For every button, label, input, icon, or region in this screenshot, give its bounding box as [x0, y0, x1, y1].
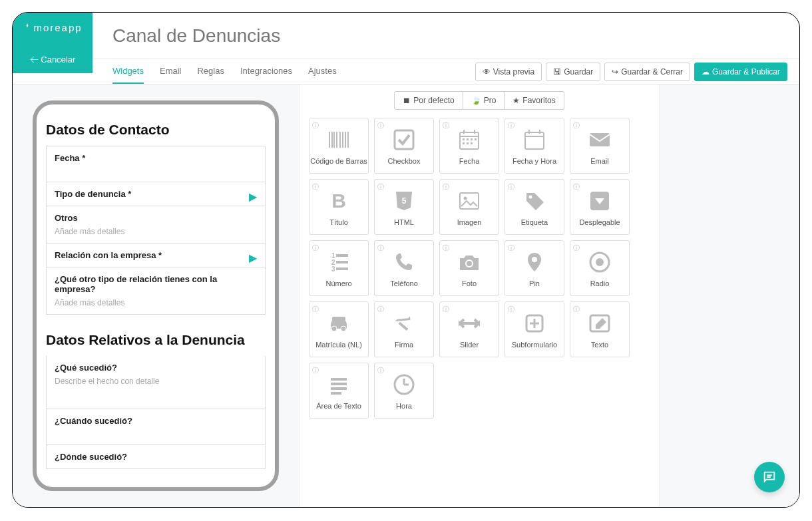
- widget-number[interactable]: ⓘ123Número: [309, 240, 369, 296]
- tab-widgets[interactable]: Widgets: [112, 59, 144, 84]
- chat-button[interactable]: [754, 462, 785, 492]
- save-icon: 🖫: [553, 67, 561, 77]
- save-publish-button[interactable]: ☁Guardar & Publicar: [694, 63, 787, 81]
- widget-image[interactable]: ⓘImagen: [439, 179, 499, 235]
- preview-button[interactable]: 👁Vista previa: [475, 63, 542, 81]
- svg-rect-18: [467, 142, 469, 144]
- widget-email[interactable]: ⓘEmail: [570, 118, 630, 174]
- save-close-button[interactable]: ↪Guardar & Cerrar: [604, 63, 690, 81]
- widget-pin[interactable]: ⓘPin: [505, 240, 564, 296]
- widget-label: Email: [590, 157, 609, 165]
- info-icon[interactable]: ⓘ: [377, 244, 384, 250]
- info-icon[interactable]: ⓘ: [573, 305, 580, 311]
- info-icon[interactable]: ⓘ: [312, 182, 319, 189]
- tab-settings[interactable]: Ajustes: [308, 59, 337, 84]
- info-icon[interactable]: ⓘ: [312, 305, 319, 311]
- tab-rules[interactable]: Reglas: [197, 59, 224, 84]
- widget-label: Slider: [460, 341, 479, 349]
- widget-label: Título: [329, 218, 348, 226]
- form-field[interactable]: Fecha *: [46, 146, 266, 182]
- info-icon[interactable]: ⓘ: [312, 366, 319, 373]
- tab-integrations[interactable]: Integraciones: [240, 59, 292, 84]
- widget-textarea[interactable]: ⓘÁrea de Texto: [309, 363, 369, 419]
- subbar: 🡠 Cancelar Widgets Email Reglas Integrac…: [13, 59, 799, 85]
- form-field[interactable]: ¿Qué sucedió? Describe el hecho con deta…: [46, 356, 266, 409]
- widget-tab-pro[interactable]: 🍃Pro: [463, 91, 505, 110]
- svg-point-28: [464, 197, 467, 200]
- brand-text: moreapp: [33, 22, 82, 33]
- info-icon[interactable]: ⓘ: [573, 121, 580, 128]
- main-content: Datos de Contacto Fecha * Tipo de denunc…: [13, 85, 799, 507]
- leaf-icon: 🍃: [471, 96, 481, 105]
- widget-label: Etiqueta: [521, 218, 548, 226]
- form-field[interactable]: ¿Cuándo sucedió?: [46, 409, 266, 445]
- widget-time[interactable]: ⓘHora: [374, 363, 434, 419]
- widget-tag[interactable]: ⓘEtiqueta: [505, 179, 564, 235]
- phone-icon: [391, 249, 417, 275]
- widget-dropdown[interactable]: ⓘDesplegable: [570, 179, 630, 235]
- form-field[interactable]: Otros Añade más detalles: [46, 206, 266, 244]
- info-icon[interactable]: ⓘ: [573, 244, 580, 250]
- widget-subform[interactable]: ⓘSubformulario: [505, 301, 564, 357]
- eye-icon: 👁: [483, 67, 491, 77]
- app-frame: moreapp Canal de Denuncias 🡠 Cancelar Wi…: [12, 12, 800, 508]
- widget-label: Pin: [529, 279, 540, 287]
- widget-license[interactable]: ⓘMatrícula (NL): [309, 301, 369, 357]
- widget-title[interactable]: ⓘBTítulo: [309, 179, 369, 235]
- widget-label: Matrícula (NL): [315, 341, 362, 349]
- widget-html[interactable]: ⓘ5HTML: [374, 179, 434, 235]
- widget-text[interactable]: ⓘTexto: [570, 301, 630, 357]
- widget-tab-default[interactable]: ⏹Por defecto: [394, 91, 463, 110]
- widget-label: Imagen: [457, 218, 482, 226]
- widget-photo[interactable]: ⓘFoto: [439, 240, 499, 296]
- widget-label: Radio: [590, 279, 610, 287]
- info-icon[interactable]: ⓘ: [443, 305, 449, 311]
- info-icon[interactable]: ⓘ: [312, 121, 319, 128]
- widget-datetime[interactable]: ⓘFecha y Hora: [505, 118, 564, 174]
- info-icon[interactable]: ⓘ: [573, 182, 580, 189]
- info-icon[interactable]: ⓘ: [377, 366, 384, 373]
- widget-radio[interactable]: ⓘRadio: [570, 240, 630, 296]
- widget-barcode[interactable]: ⓘCódigo de Barras: [309, 118, 369, 174]
- info-icon[interactable]: ⓘ: [443, 244, 449, 250]
- subform-icon: [521, 310, 548, 337]
- widget-label: Subformulario: [512, 341, 557, 349]
- phone-frame: Datos de Contacto Fecha * Tipo de denunc…: [33, 100, 279, 491]
- slider-icon: [456, 310, 483, 337]
- widget-label: Teléfono: [390, 279, 418, 287]
- info-icon[interactable]: ⓘ: [312, 244, 319, 250]
- widget-tab-favorites[interactable]: ★Favoritos: [505, 91, 564, 110]
- info-icon[interactable]: ⓘ: [443, 121, 449, 128]
- svg-point-42: [331, 326, 337, 331]
- form-field[interactable]: ¿Dónde sucedió?: [46, 445, 266, 469]
- html-icon: 5: [391, 188, 417, 214]
- info-icon[interactable]: ⓘ: [508, 244, 514, 250]
- info-icon[interactable]: ⓘ: [508, 182, 514, 189]
- tab-email[interactable]: Email: [160, 59, 182, 84]
- svg-rect-20: [525, 132, 544, 149]
- info-icon[interactable]: ⓘ: [377, 305, 384, 311]
- widget-label: Firma: [395, 341, 413, 349]
- info-icon[interactable]: ⓘ: [377, 182, 384, 189]
- form-field[interactable]: ¿Qué otro tipo de relación tienes con la…: [46, 267, 266, 315]
- svg-rect-36: [336, 267, 348, 270]
- widget-phone[interactable]: ⓘTeléfono: [374, 240, 434, 296]
- widget-date[interactable]: ⓘFecha: [439, 118, 499, 174]
- form-field[interactable]: Relación con la empresa * ▶: [46, 244, 266, 267]
- svg-rect-9: [460, 132, 479, 149]
- info-icon[interactable]: ⓘ: [443, 182, 449, 189]
- form-field[interactable]: Tipo de denuncia * ▶: [46, 182, 266, 206]
- widget-signature[interactable]: ⓘFirma: [374, 301, 434, 357]
- cancel-button[interactable]: 🡠 Cancelar: [13, 49, 93, 73]
- save-button[interactable]: 🖫Guardar: [546, 63, 600, 81]
- text-icon: [586, 310, 613, 337]
- widget-checkbox[interactable]: ⓘCheckbox: [374, 118, 434, 174]
- widget-slider[interactable]: ⓘSlider: [439, 301, 499, 357]
- info-icon[interactable]: ⓘ: [508, 121, 514, 128]
- svg-rect-15: [471, 138, 473, 140]
- widget-label: Fecha y Hora: [512, 157, 556, 165]
- image-icon: [456, 188, 483, 214]
- info-icon[interactable]: ⓘ: [377, 121, 384, 128]
- info-icon[interactable]: ⓘ: [508, 305, 514, 311]
- svg-text:5: 5: [402, 196, 407, 206]
